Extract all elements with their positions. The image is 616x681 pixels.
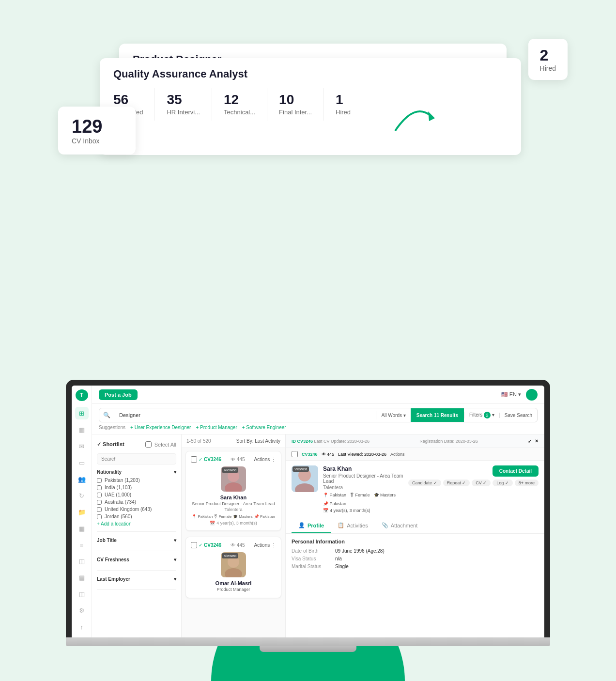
uk-label: United Kingdom (643): [105, 507, 152, 512]
india-checkbox[interactable]: [97, 485, 102, 490]
uae-label: UAE (1,000): [105, 492, 131, 497]
job-title-filter-title[interactable]: Job Title ▾: [97, 538, 176, 543]
post-job-button[interactable]: Post a Job: [99, 389, 138, 400]
results-count: 1-50 of 520: [186, 438, 211, 444]
detail-panel: ID CV3246 Last CV Update: 2020-03-26 Reg…: [286, 434, 544, 637]
sidebar-icon-monitor[interactable]: ▭: [75, 456, 89, 469]
detail-cv-id: ID CV3246 Last CV Update: 2020-03-26: [292, 439, 370, 444]
sidebar-icon-doc[interactable]: ▤: [75, 572, 89, 584]
stat-item: 1Hired: [324, 88, 362, 121]
last-employer-filter-title[interactable]: Last Employer ▾: [97, 576, 176, 582]
app-ui: T ⊞ ▦ ✉ ▭ 👥 ↻ 📁 ▦ ≡ ◫ ▤ ◫ ⚙ ↑: [72, 386, 544, 637]
hired-badge-number: 2: [540, 46, 556, 64]
omar-actions-button[interactable]: Actions ⋮: [254, 542, 276, 548]
stat-number: 10: [279, 93, 312, 107]
sidebar-icon-team[interactable]: ◫: [75, 555, 89, 568]
sidebar-icon-upload[interactable]: ↑: [75, 621, 89, 634]
sidebar-icon-home[interactable]: ⊞: [75, 407, 89, 419]
attachment-tab-icon: 📎: [382, 522, 388, 528]
sidebar-icon-chart[interactable]: ▦: [75, 423, 89, 436]
action-tag-cv[interactable]: CV ✓: [472, 480, 491, 486]
sidebar-icon-folder[interactable]: 📁: [75, 506, 89, 518]
filters-button[interactable]: Filters 2 ▾: [464, 412, 499, 418]
search-input[interactable]: [114, 412, 376, 418]
omar-checkmark: ✓: [199, 542, 202, 548]
sidebar-icon-settings[interactable]: ⚙: [75, 604, 89, 617]
info-row-marital: Marital Status Single: [292, 564, 539, 569]
tab-activities[interactable]: 📋 Activities: [331, 518, 374, 533]
suggestion-ux-designer[interactable]: + User Experience Designer: [130, 425, 191, 430]
search-button[interactable]: Search 11 Results: [411, 408, 464, 422]
result-card-sara[interactable]: ✓ CV3246 👁 445 Actions ⋮: [185, 451, 281, 531]
suggestion-product-manager[interactable]: + Product Manager: [196, 425, 237, 430]
stat-item: 12Technical...: [212, 88, 267, 121]
select-all-checkbox[interactable]: [145, 441, 152, 448]
add-location-btn[interactable]: + Add a location: [97, 521, 176, 526]
all-words-dropdown[interactable]: All Words ▾: [376, 413, 410, 418]
result-card-header-sara: ✓ CV3246 👁 445 Actions ⋮: [191, 456, 276, 463]
sort-button[interactable]: Sort By: Last Activity: [236, 438, 280, 444]
sara-viewed-badge: Viewed: [222, 467, 238, 473]
sara-name: Sara Khan: [191, 495, 276, 500]
result-card-omar[interactable]: ✓ CV3246 👁 445 Actions ⋮: [185, 537, 281, 598]
tab-profile[interactable]: 👤 Profile: [292, 518, 331, 533]
sidebar-icon-users[interactable]: 👥: [75, 473, 89, 485]
marital-label: Marital Status: [292, 564, 335, 569]
sara-actions-button[interactable]: Actions ⋮: [254, 457, 276, 462]
sara-company: Talentera: [191, 507, 276, 512]
svg-point-2: [225, 482, 242, 492]
cv-freshness-chevron: ▾: [174, 557, 176, 562]
detail-candidate-info: Sara Khan Senior Product Designer - Area…: [323, 465, 403, 513]
detail-expand-button[interactable]: ⤢: [528, 438, 532, 444]
sidebar-icon-analytics[interactable]: ◫: [75, 588, 89, 601]
last-employer-filter-group: Last Employer ▾: [97, 576, 176, 590]
filter-search-input[interactable]: [97, 453, 176, 464]
language-selector[interactable]: 🇺🇸 EN ▾: [501, 391, 521, 398]
uae-checkbox[interactable]: [97, 493, 102, 497]
nationality-filter-group: Nationality ▾ Pakistan (1,203) India (1,: [97, 469, 176, 532]
user-avatar[interactable]: [526, 389, 538, 401]
cv-freshness-filter-title[interactable]: CV Freshness ▾: [97, 557, 176, 562]
detail-exp-text: 4 year(s), 3 month(s): [330, 508, 370, 513]
laptop-screen-inner: T ⊞ ▦ ✉ ▭ 👥 ↻ 📁 ▦ ≡ ◫ ▤ ◫ ⚙ ↑: [72, 386, 544, 637]
cv-inbox-label: CV Inbox: [72, 137, 122, 145]
cv-freshness-label: CV Freshness: [97, 557, 129, 562]
action-tag-repeat[interactable]: Repeat ✓: [443, 480, 470, 486]
sidebar-icon-calendar[interactable]: ▦: [75, 522, 89, 535]
sara-views: 👁 445: [231, 457, 245, 462]
suggestion-software-engineer[interactable]: + Software Engineer: [242, 425, 286, 430]
sara-select-checkbox[interactable]: [191, 456, 197, 463]
sidebar-icon-list[interactable]: ≡: [75, 539, 89, 551]
stat-number: 12: [224, 93, 255, 107]
detail-actions-button2[interactable]: Actions ⋮: [390, 452, 410, 457]
australia-checkbox[interactable]: [97, 500, 102, 505]
action-tag-more[interactable]: 8+ more: [515, 480, 539, 486]
cv-inbox-number: 129: [72, 116, 122, 137]
sidebar-logo: T: [76, 389, 88, 401]
save-search-button[interactable]: Save Search: [499, 413, 537, 418]
pakistan-checkbox[interactable]: [97, 478, 102, 483]
sara-cv-id: CV3246: [204, 457, 221, 462]
filter-option-jordan: Jordan (560): [97, 514, 176, 519]
action-tag-log[interactable]: Log ✓: [493, 480, 513, 486]
laptop-stand: [260, 646, 356, 652]
stat-number: 35: [167, 93, 200, 107]
sidebar-icon-refresh[interactable]: ↻: [75, 489, 89, 502]
profile-tab-icon: 👤: [298, 522, 305, 528]
sara-tag-masters: 🎓 Masters: [233, 514, 253, 519]
detail-views2: 👁 445: [322, 452, 335, 457]
uk-checkbox[interactable]: [97, 507, 102, 512]
nationality-filter-title[interactable]: Nationality ▾: [97, 469, 176, 475]
marital-value: Single: [335, 564, 349, 569]
omar-select-checkbox[interactable]: [191, 542, 197, 548]
contact-detail-button[interactable]: Contact Detail: [493, 465, 539, 477]
detail-close-button[interactable]: ✕: [535, 438, 539, 444]
sara-tag-location: 📌 Pakistan: [254, 514, 275, 519]
action-tag-candidate[interactable]: Candidate ✓: [408, 480, 441, 486]
tab-attachment[interactable]: 📎 Attachment: [375, 518, 425, 533]
detail-select-checkbox[interactable]: [292, 451, 298, 457]
detail-tag-location: 📌 Pakistan: [323, 501, 346, 506]
last-employer-label: Last Employer: [97, 576, 130, 582]
sidebar-icon-mail[interactable]: ✉: [75, 440, 89, 452]
jordan-checkbox[interactable]: [97, 514, 102, 519]
